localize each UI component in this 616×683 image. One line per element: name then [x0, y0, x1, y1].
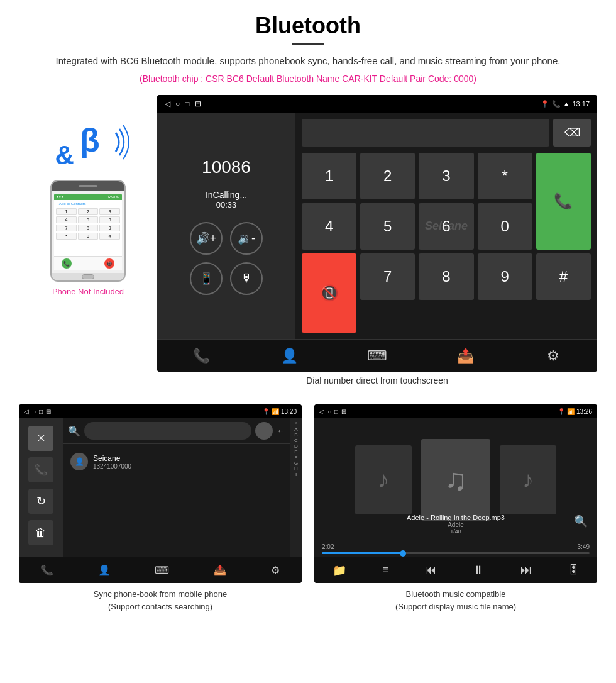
dialpad-key-hash[interactable]: # — [536, 253, 591, 300]
pb-contact-item[interactable]: 👤 Seicane 13241007000 — [68, 449, 285, 474]
pb-notification[interactable]: ⊟ — [46, 408, 51, 415]
dialpad-delete-button[interactable]: ⌫ — [553, 119, 591, 147]
music-progress-area: 2:02 3:49 — [314, 541, 597, 557]
music-progress-dot — [400, 550, 406, 557]
main-screen-caption: Dial number direct from touchscreen — [157, 375, 597, 386]
phone-mockup: ●●●MORE + Add to Contacts 1 2 3 4 5 6 — [50, 180, 126, 282]
dialpad-call-green-button[interactable]: 📞 — [536, 153, 591, 250]
status-right: 📍 📞 ▲ 13:17 — [541, 100, 590, 108]
music-location-icon: 📍 — [558, 408, 565, 415]
music-nav-back[interactable]: ◁ — [319, 408, 324, 415]
screen-status-bar: ◁ ○ □ ⊟ 📍 📞 ▲ 13:17 — [157, 95, 597, 113]
phonebook-nav: 📞 👤 ⌨ 📤 ⚙ — [19, 557, 302, 583]
pb-contact-avatar: 👤 — [70, 453, 88, 470]
music-song-info: Adele - Rolling In the Deep.mp3 Adele 1/… — [407, 514, 505, 535]
volume-up-button[interactable]: 🔊+ — [190, 222, 223, 255]
pb-time: 13:20 — [281, 408, 297, 415]
pb-alpha-e[interactable]: E — [294, 449, 297, 455]
music-nav-recents[interactable]: □ — [334, 408, 338, 415]
nav-notification-icon[interactable]: ⊟ — [195, 99, 201, 108]
music-nav-home[interactable]: ○ — [327, 408, 331, 415]
dialpad-key-6[interactable]: 6 — [419, 203, 473, 250]
music-status-bar: ◁ ○ □ ⊟ 📍 📶 13:26 — [314, 404, 597, 418]
call-number: 10086 — [202, 157, 251, 177]
music-prev-icon[interactable]: ⏮ — [425, 564, 436, 577]
title-divider — [292, 43, 324, 45]
bluetooth-symbol-icon: & — [55, 140, 74, 170]
music-progress-track[interactable] — [322, 552, 590, 554]
dialpad-key-8[interactable]: 8 — [419, 253, 473, 300]
phone-home-bar — [52, 273, 124, 280]
pb-nav-settings-icon[interactable]: ⚙ — [271, 564, 280, 576]
music-notification[interactable]: ⊟ — [341, 408, 346, 415]
chip-info: (Bluetooth chip : CSR BC6 Default Blueto… — [19, 74, 597, 84]
call-btn-row-1: 🔊+ 🔉- — [190, 222, 263, 255]
phone-top-bar — [52, 181, 124, 191]
music-playlist-icon[interactable]: ≡ — [382, 564, 389, 577]
pb-alpha-c[interactable]: C — [294, 438, 298, 443]
nav-back-icon[interactable]: ◁ — [165, 99, 170, 108]
call-status: InCalling... 00:33 — [206, 190, 247, 209]
phone-speaker — [79, 185, 97, 187]
music-caption: Bluetooth music compatible(Support displ… — [314, 588, 597, 613]
main-content: & β ●●●MOR — [19, 95, 597, 398]
pb-nav-home[interactable]: ○ — [32, 408, 36, 415]
pb-back-icon[interactable]: ← — [277, 426, 285, 436]
dialpad-key-4[interactable]: 4 — [302, 203, 356, 250]
microphone-button[interactable]: 🎙 — [230, 262, 263, 295]
wifi-icon: ▲ — [563, 100, 570, 108]
pb-alpha-i[interactable]: I — [295, 472, 297, 477]
pb-nav-phone-icon[interactable]: 📞 — [41, 564, 53, 576]
pb-search-field[interactable] — [84, 422, 251, 440]
dialpad-key-star[interactable]: * — [478, 153, 532, 199]
pb-alpha-g[interactable]: G — [294, 460, 298, 466]
pb-search-icon: 🔍 — [68, 425, 80, 437]
nav-home-icon[interactable]: ○ — [175, 99, 180, 108]
dialpad-key-1[interactable]: 1 — [302, 153, 356, 199]
dialpad-key-0[interactable]: 0 — [478, 203, 532, 250]
pb-nav-recents[interactable]: □ — [39, 408, 43, 415]
dialpad-key-9[interactable]: 9 — [478, 253, 532, 300]
pb-alpha-a[interactable]: A — [294, 426, 297, 432]
music-next-icon[interactable]: ⏭ — [520, 564, 532, 577]
phone-side: & β ●●●MOR — [19, 95, 157, 296]
nav-recents-icon[interactable]: □ — [185, 99, 189, 108]
nav-phone-icon[interactable]: 📞 — [189, 343, 214, 369]
pb-asterisk[interactable]: * — [295, 421, 297, 426]
phonebook-caption: Sync phone-book from mobile phone(Suppor… — [19, 588, 302, 613]
pb-alpha-b[interactable]: B — [294, 432, 297, 438]
music-albums-area: ♪ ♫ ♪ Adele - Rolling In the Deep.mp3 Ad… — [314, 418, 597, 541]
nav-settings-icon[interactable]: ⚙ — [541, 343, 566, 369]
pb-alpha-f[interactable]: F — [295, 455, 298, 460]
volume-down-button[interactable]: 🔉- — [230, 222, 263, 255]
music-search-icon[interactable]: 🔍 — [574, 514, 588, 528]
nav-contacts-icon[interactable]: 👤 — [277, 343, 302, 369]
pb-bluetooth-button[interactable]: ✳ — [28, 426, 53, 451]
bluetooth-icon-container: & β — [55, 120, 134, 170]
pb-delete-button[interactable]: 🗑 — [28, 520, 53, 545]
dialpad-key-3[interactable]: 3 — [419, 153, 473, 199]
pb-nav-dialpad-icon[interactable]: ⌨ — [155, 564, 169, 576]
pb-nav-contacts-icon[interactable]: 👤 — [98, 564, 111, 576]
pb-call-button[interactable]: 📞 — [28, 457, 53, 482]
nav-transfer-icon[interactable]: 📤 — [453, 343, 478, 369]
music-folder-icon[interactable]: 📁 — [333, 564, 346, 577]
pb-nav-transfer-icon[interactable]: 📤 — [214, 564, 226, 576]
dialpad-input-field[interactable] — [302, 119, 549, 147]
pb-nav-back[interactable]: ◁ — [24, 408, 29, 415]
nav-dialpad-icon[interactable]: ⌨ — [365, 343, 390, 369]
transfer-button[interactable]: 📱 — [190, 262, 223, 295]
screen-nav-bar: 📞 👤 ⌨ 📤 ⚙ — [157, 339, 597, 372]
dialpad-key-2[interactable]: 2 — [360, 153, 415, 199]
dialpad-key-5[interactable]: 5 — [360, 203, 415, 250]
pb-alpha-d[interactable]: D — [294, 443, 298, 449]
pb-sync-button[interactable]: ↻ — [28, 489, 53, 514]
music-equalizer-icon[interactable]: 🎛 — [568, 564, 579, 577]
location-icon: 📍 — [541, 100, 549, 108]
music-play-pause-icon[interactable]: ⏸ — [473, 564, 484, 577]
dialpad-key-7[interactable]: 7 — [360, 253, 415, 300]
dialpad-end-call-button[interactable]: 📵 — [302, 253, 356, 333]
pb-alpha-h[interactable]: H — [294, 466, 298, 472]
bottom-screenshots: ◁ ○ □ ⊟ 📍 📶 13:20 ✳ 📞 — [19, 404, 597, 613]
music-track: 1/48 — [407, 528, 505, 535]
